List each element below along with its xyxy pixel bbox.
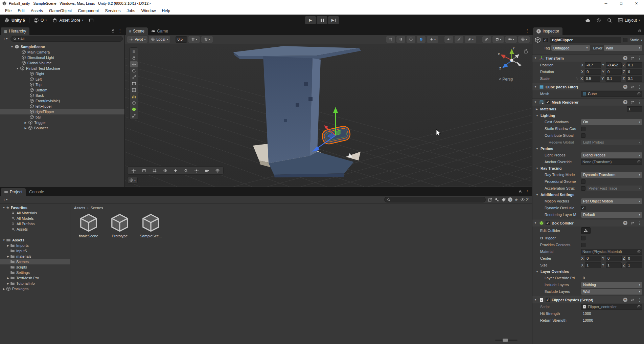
- cast-shadows-dropdown[interactable]: On▾: [581, 119, 642, 125]
- scene-viewport[interactable]: y x z < Persp ☰: [125, 44, 532, 187]
- menu-window[interactable]: Window: [138, 8, 159, 13]
- joint-tool[interactable]: [130, 113, 138, 119]
- kebab-menu-icon[interactable]: ⋮: [118, 28, 122, 33]
- motion-vectors-dropdown[interactable]: Per Object Motion▾: [581, 198, 642, 204]
- hierarchy-item[interactable]: ▶Bouncer: [0, 125, 124, 131]
- sphere-shaded-button[interactable]: [396, 36, 405, 43]
- hierarchy-item[interactable]: ▼Pinball Test Machine: [0, 66, 124, 71]
- hierarchy-item[interactable]: Front(invisible): [0, 98, 124, 104]
- component-header-box-collider[interactable]: ▼ Box Collider ?⋮: [532, 219, 644, 227]
- transform-tool[interactable]: [130, 87, 138, 93]
- asset-store-dropdown[interactable]: Asset Store ▾: [52, 18, 83, 23]
- effects-dropdown[interactable]: ▾: [427, 36, 438, 43]
- custom-tool-chart[interactable]: [130, 93, 138, 100]
- grid-visibility-dropdown[interactable]: ▾: [188, 36, 200, 43]
- asset-item[interactable]: SampleSce...: [138, 213, 164, 238]
- asset-bundle-icon[interactable]: [495, 197, 499, 202]
- layer-overrides-foldout[interactable]: ▼Layer Overrides: [532, 268, 644, 275]
- tag-dropdown[interactable]: Untagged▾: [551, 45, 590, 51]
- scale-y-field[interactable]: 0.1: [605, 76, 622, 82]
- lighting-toggle-active[interactable]: [417, 36, 426, 43]
- object-picker-icon[interactable]: [637, 92, 641, 96]
- menu-component[interactable]: Component: [75, 8, 102, 13]
- camera-settings-dropdown[interactable]: ▾: [505, 36, 517, 43]
- camera-overlay-button[interactable]: [202, 167, 212, 174]
- procedural-geometry-checkbox[interactable]: [581, 179, 585, 184]
- folder-item[interactable]: Settings: [0, 270, 70, 275]
- static-shadow-checkbox[interactable]: [581, 127, 585, 131]
- center-tool[interactable]: [130, 100, 138, 106]
- position-x-field[interactable]: -0.7: [585, 62, 601, 68]
- menu-file[interactable]: File: [2, 8, 15, 13]
- hierarchy-item[interactable]: Back: [0, 93, 124, 98]
- rotation-x-field[interactable]: 0: [585, 69, 601, 75]
- hierarchy-item-selected[interactable]: rightFlipper: [0, 109, 124, 114]
- tab-scene[interactable]: # Scene: [126, 27, 148, 35]
- kebab-menu-icon[interactable]: ⋮: [525, 28, 529, 33]
- hierarchy-item[interactable]: Right: [0, 71, 124, 77]
- breadcrumb-root[interactable]: Assets: [74, 206, 85, 210]
- center-x-field[interactable]: 0: [585, 256, 601, 261]
- static-dropdown-icon[interactable]: ▾: [641, 39, 642, 42]
- help-icon[interactable]: ?: [623, 100, 627, 104]
- asset-item[interactable]: finaleScene: [76, 213, 101, 238]
- script-object-field[interactable]: Flipper_controller: [581, 304, 642, 310]
- add-asset-button[interactable]: +▾: [2, 197, 8, 202]
- tab-hierarchy[interactable]: ☰ Hierarchy: [1, 27, 29, 35]
- rotation-z-field[interactable]: 0: [626, 69, 642, 75]
- additional-settings-foldout[interactable]: ▼Additional Settings: [532, 192, 644, 198]
- rect-tool[interactable]: [130, 81, 138, 87]
- hierarchy-item[interactable]: Left: [0, 77, 124, 82]
- alert-icon[interactable]: !: [508, 197, 512, 202]
- folder-item[interactable]: scripts: [0, 264, 70, 270]
- ray-tracing-mode-dropdown[interactable]: Dynamic Transform▾: [581, 172, 642, 178]
- view-hand-tool[interactable]: [130, 55, 138, 61]
- gizmos-dropdown[interactable]: ▾: [518, 36, 530, 43]
- menu-help[interactable]: Help: [159, 8, 174, 13]
- asset-item[interactable]: Prototype: [107, 213, 133, 238]
- project-search-input[interactable]: [384, 197, 486, 202]
- effects-overlay-button[interactable]: [170, 167, 180, 174]
- lighting-foldout[interactable]: ▼Lighting: [532, 112, 644, 119]
- object-picker-icon[interactable]: [637, 160, 641, 164]
- folder-item-selected[interactable]: Scenes: [0, 259, 70, 264]
- hierarchy-item[interactable]: ball: [0, 114, 124, 120]
- rendering-layer-dropdown[interactable]: Default▾: [581, 212, 642, 218]
- compass-overlay-button[interactable]: [212, 167, 222, 174]
- size-z-field[interactable]: 1: [626, 262, 642, 268]
- lock-icon[interactable]: [518, 190, 522, 194]
- preset-icon[interactable]: [630, 100, 635, 104]
- help-icon[interactable]: ?: [623, 298, 627, 302]
- gameobject-name-field[interactable]: rightFlipper: [550, 37, 621, 43]
- menu-assets[interactable]: Assets: [28, 8, 46, 13]
- folder-item[interactable]: ▶TutorialInfo: [0, 281, 70, 286]
- fx-off-dropdown[interactable]: ▾: [465, 36, 476, 43]
- rotate-tool[interactable]: [130, 68, 138, 74]
- folder-item[interactable]: ▶TextMesh Pro: [0, 275, 70, 281]
- menu-jobs[interactable]: Jobs: [123, 8, 138, 13]
- kebab-menu-icon[interactable]: ⋮: [638, 221, 642, 225]
- open-external-icon[interactable]: [488, 197, 492, 202]
- hierarchy-search-input[interactable]: ▾ All: [10, 36, 123, 42]
- orientation-overlay-button[interactable]: ▾: [127, 177, 138, 184]
- object-picker-icon[interactable]: [637, 305, 641, 309]
- lock-icon[interactable]: [111, 29, 115, 33]
- tab-console[interactable]: Console: [26, 188, 47, 196]
- kebab-menu-icon[interactable]: ⋮: [638, 56, 642, 61]
- favorite-item[interactable]: All Prefabs: [0, 221, 70, 227]
- menu-services[interactable]: Services: [102, 8, 123, 13]
- component-header-flipper-physics[interactable]: ▼ Flipper Physics (Script) ?⋮: [532, 296, 644, 303]
- favorites-header[interactable]: ▼★Favorites: [0, 205, 70, 210]
- menu-gameobject[interactable]: GameObject: [46, 8, 75, 13]
- size-x-field[interactable]: 1: [585, 262, 601, 268]
- folder-item[interactable]: InputS: [0, 248, 70, 254]
- component-enabled-checkbox[interactable]: [546, 100, 550, 104]
- lock-icon[interactable]: [638, 28, 642, 33]
- window-dock-button[interactable]: [89, 18, 94, 23]
- provides-contacts-checkbox[interactable]: [581, 243, 585, 247]
- packages-root[interactable]: ▶Packages: [0, 286, 70, 292]
- exclude-layers-dropdown[interactable]: Wall▾: [581, 289, 642, 295]
- edit-collider-button[interactable]: [581, 227, 591, 234]
- tab-game[interactable]: Game: [148, 27, 171, 35]
- folder-item[interactable]: ▶Imports: [0, 243, 70, 248]
